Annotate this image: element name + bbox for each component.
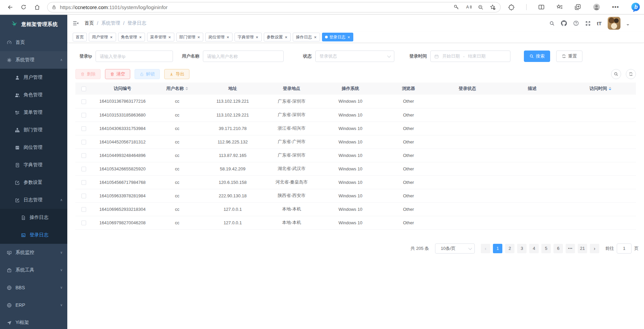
browser-profile-icon[interactable] bbox=[593, 3, 601, 11]
ip-input[interactable] bbox=[96, 51, 173, 62]
fullscreen-icon[interactable] bbox=[585, 21, 591, 26]
page-tab[interactable]: 用户管理 × bbox=[89, 33, 116, 41]
sidebar-item[interactable]: 参数设置 bbox=[0, 174, 67, 191]
select-all-checkbox[interactable] bbox=[81, 87, 86, 91]
sidebar-item[interactable]: 字典管理 bbox=[0, 156, 67, 174]
sidebar-item[interactable]: Yi框架 bbox=[0, 314, 67, 329]
url-text[interactable]: https://ccnetcore.com:1101/system/log/lo… bbox=[60, 4, 168, 10]
row-checkbox[interactable] bbox=[81, 207, 86, 212]
row-checkbox[interactable] bbox=[81, 126, 86, 131]
favorites-bar-icon[interactable] bbox=[556, 4, 563, 10]
sidebar-item[interactable]: 角色管理 bbox=[0, 86, 67, 104]
page-tab[interactable]: 字典管理 × bbox=[235, 33, 262, 41]
prev-page-button[interactable]: ‹ bbox=[481, 244, 490, 253]
page-tab[interactable]: 首页 bbox=[73, 33, 87, 41]
close-icon[interactable]: × bbox=[347, 35, 351, 39]
sort-icon[interactable] bbox=[609, 86, 611, 92]
row-checkbox[interactable] bbox=[81, 99, 86, 104]
close-icon[interactable]: × bbox=[110, 35, 113, 39]
sidebar-item[interactable]: 菜单管理 bbox=[0, 104, 67, 121]
table-row[interactable]: 1641031367863177216 cc 113.102.129.221 广… bbox=[75, 95, 636, 108]
font-size-icon[interactable]: tT bbox=[597, 21, 602, 26]
page-number-button[interactable]: 4 bbox=[529, 244, 539, 253]
back-icon[interactable] bbox=[3, 1, 17, 13]
sidebar-item[interactable]: 系统管理 bbox=[0, 51, 67, 69]
table-row[interactable]: 1641054566717984768 cc 120.6.150.158 河北省… bbox=[75, 175, 636, 189]
end-date-placeholder[interactable]: 结束日期 bbox=[468, 53, 486, 59]
row-checkbox[interactable] bbox=[81, 221, 86, 225]
sidebar-item[interactable]: ERP bbox=[0, 296, 67, 314]
page-number-button[interactable]: 3 bbox=[517, 244, 527, 253]
help-icon[interactable] bbox=[573, 20, 579, 26]
page-number-button[interactable]: 21 bbox=[578, 244, 587, 253]
table-row[interactable]: 1641044520567181312 cc 112.96.225.132 广东… bbox=[75, 135, 636, 149]
row-checkbox[interactable] bbox=[81, 113, 86, 118]
unlock-button[interactable]: 解锁 bbox=[135, 69, 160, 79]
page-number-button[interactable]: 5 bbox=[541, 244, 551, 253]
delete-button[interactable]: 删除 bbox=[75, 69, 101, 79]
sidebar-item[interactable]: 岗位管理 bbox=[0, 139, 67, 156]
sidebar-item[interactable]: 系统工具 bbox=[0, 261, 67, 279]
close-icon[interactable]: × bbox=[226, 35, 229, 39]
page-size-select[interactable]: 10条/页 bbox=[435, 243, 475, 254]
page-number-button[interactable]: ••• bbox=[566, 244, 575, 253]
page-tab[interactable]: 操作日志 × bbox=[293, 33, 320, 41]
clear-button[interactable]: 清空 bbox=[105, 69, 130, 79]
start-date-placeholder[interactable]: 开始日期 bbox=[442, 53, 460, 59]
close-icon[interactable]: × bbox=[168, 35, 171, 39]
zoom-out-icon[interactable] bbox=[478, 4, 484, 10]
avatar-caret-icon[interactable] bbox=[627, 24, 629, 27]
row-checkbox[interactable] bbox=[81, 194, 86, 198]
table-row[interactable]: 1641069798270046208 cc 127.0.0.1 本地-本机 W… bbox=[75, 216, 636, 229]
sidebar-item[interactable]: 操作日志 bbox=[0, 209, 67, 226]
close-icon[interactable]: × bbox=[139, 35, 142, 39]
address-bar[interactable]: https://ccnetcore.com:1101/system/log/lo… bbox=[47, 2, 501, 12]
extensions-icon[interactable] bbox=[508, 4, 515, 10]
github-icon[interactable] bbox=[561, 20, 567, 26]
export-button[interactable]: 导出 bbox=[164, 69, 189, 79]
table-row[interactable]: 1641031533185863680 cc 113.102.129.221 广… bbox=[75, 108, 636, 122]
table-refresh-button[interactable] bbox=[626, 69, 636, 79]
table-row[interactable]: 1641059633978281984 cc 222.90.130.18 陕西省… bbox=[75, 189, 636, 202]
status-select[interactable]: 登录状态 bbox=[315, 51, 394, 62]
page-tab[interactable]: 登录日志 × bbox=[322, 33, 354, 41]
split-screen-icon[interactable] bbox=[538, 4, 545, 10]
read-aloud-icon[interactable] bbox=[465, 4, 472, 10]
reset-button[interactable]: 重置 bbox=[556, 51, 582, 62]
sidebar-item[interactable]: 系统监控 bbox=[0, 244, 67, 261]
table-row[interactable]: 1641053426655825920 cc 58.19.42.209 湖北省-… bbox=[75, 162, 636, 175]
avatar[interactable] bbox=[608, 17, 620, 30]
sidebar-item[interactable]: 用户管理 bbox=[0, 69, 67, 86]
username-input[interactable] bbox=[203, 51, 284, 62]
home-icon[interactable] bbox=[30, 1, 44, 13]
close-icon[interactable]: × bbox=[285, 35, 288, 39]
header-search-icon[interactable] bbox=[549, 21, 555, 26]
breadcrumb-home[interactable]: 首页 bbox=[84, 20, 94, 26]
table-row[interactable]: 1641044993248464896 cc 113.87.92.165 广东省… bbox=[75, 149, 636, 162]
page-tab[interactable]: 部门管理 × bbox=[176, 33, 204, 41]
row-checkbox[interactable] bbox=[81, 140, 86, 144]
page-number-button[interactable]: 6 bbox=[553, 244, 563, 253]
table-row[interactable]: 1641043063331753984 cc 39.171.210.78 浙江省… bbox=[75, 122, 636, 135]
sidebar-item[interactable]: 登录日志 bbox=[0, 226, 67, 244]
add-favorite-icon[interactable] bbox=[490, 4, 496, 10]
row-checkbox[interactable] bbox=[81, 167, 86, 171]
page-tab[interactable]: 岗位管理 × bbox=[205, 33, 232, 41]
page-number-button[interactable]: 2 bbox=[505, 244, 514, 253]
key-icon[interactable] bbox=[454, 4, 459, 10]
sidebar-item[interactable]: 首页 bbox=[0, 34, 67, 51]
sort-icon[interactable] bbox=[185, 86, 188, 92]
close-icon[interactable]: × bbox=[314, 35, 317, 39]
browser-menu-icon[interactable]: ••• bbox=[612, 4, 619, 10]
page-tab[interactable]: 角色管理 × bbox=[118, 33, 145, 41]
sidebar-collapse-icon[interactable] bbox=[72, 20, 79, 27]
bing-chat-icon[interactable] bbox=[631, 2, 641, 12]
row-checkbox[interactable] bbox=[81, 153, 86, 158]
sidebar-item[interactable]: 日志管理 bbox=[0, 191, 67, 209]
sidebar-item[interactable]: BBS bbox=[0, 279, 67, 296]
goto-page-input[interactable] bbox=[617, 243, 632, 254]
page-number-button[interactable]: 1 bbox=[493, 244, 502, 253]
refresh-icon[interactable] bbox=[17, 1, 30, 13]
table-row[interactable]: 1641069652933218304 cc 127.0.0.1 本地-本机 W… bbox=[75, 202, 636, 216]
close-icon[interactable]: × bbox=[197, 35, 201, 39]
